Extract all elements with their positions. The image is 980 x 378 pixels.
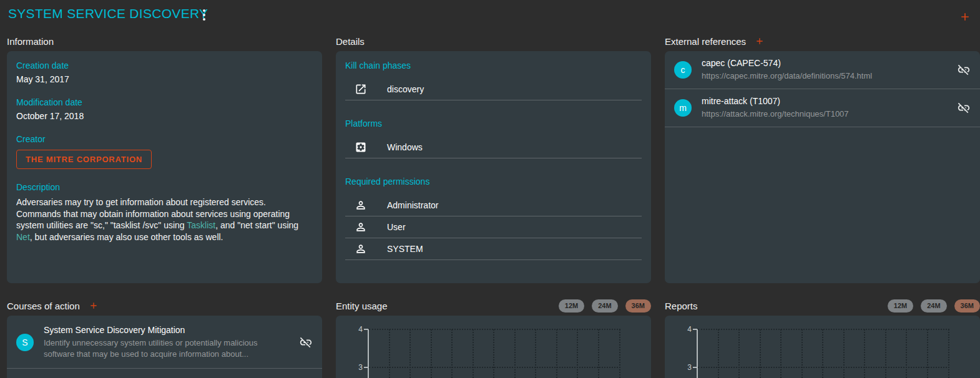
gridline [822, 329, 823, 378]
time-range-selector: 12M 24M 36M [888, 299, 980, 313]
time-range-selector: 12M 24M 36M [559, 299, 651, 313]
gridline [843, 329, 845, 378]
external-reference-row[interactable]: m mitre-attack (T1007) https://attack.mi… [665, 89, 980, 127]
gridline [473, 329, 474, 378]
range-chip-36m[interactable]: 36M [625, 299, 651, 313]
reports-section: Reports 12M 24M 36M 4 3 [665, 297, 980, 378]
page-add-button[interactable] [959, 11, 971, 23]
creator-chip[interactable]: THE MITRE CORPORATION [16, 150, 152, 169]
settings-applications-icon [355, 141, 367, 153]
range-chip-12m[interactable]: 12M [559, 299, 584, 313]
kebab-menu-icon [203, 9, 205, 12]
gridline [493, 329, 494, 378]
permission-item: SYSTEM [345, 238, 642, 260]
permission-value: Administrator [387, 200, 438, 210]
gridline [760, 329, 761, 378]
page-header: SYSTEM SERVICE DISCOVERY [0, 0, 980, 32]
courses-of-action-section: Courses of action S System Service Disco… [7, 297, 322, 378]
entity-usage-panel: 4 3 [336, 316, 651, 378]
gridline [864, 329, 865, 378]
permission-item: User [345, 216, 642, 238]
permission-value: SYSTEM [387, 244, 423, 254]
course-of-action-name: System Service Discovery Mitigation [44, 325, 268, 335]
plus-icon [755, 36, 765, 46]
gridline [885, 329, 886, 378]
information-panel: Creation date May 31, 2017 Modification … [7, 51, 322, 283]
gridline [389, 329, 390, 378]
creator-label: Creator [16, 134, 313, 144]
y-axis-line [697, 329, 698, 378]
entity-usage-section: Entity usage 12M 24M 36M 4 3 [336, 297, 651, 378]
gridline [556, 329, 557, 378]
plus-icon [89, 301, 99, 311]
link-off-icon [957, 101, 971, 115]
avatar: c [674, 61, 692, 79]
courses-of-action-panel: S System Service Discovery Mitigation Id… [7, 316, 322, 378]
gridline [698, 329, 949, 330]
range-chip-24m[interactable]: 24M [921, 299, 946, 313]
unlink-button[interactable] [957, 101, 971, 115]
courses-of-action-section-title: Courses of action [7, 301, 80, 311]
kill-chain-phase-item: discovery [345, 79, 642, 100]
gridline [698, 367, 949, 368]
gridline [369, 367, 620, 368]
kebab-menu-icon [203, 14, 205, 16]
plus-icon [959, 11, 971, 23]
modification-date-label: Modification date [16, 97, 313, 107]
description-text: Adversaries may try to get information a… [16, 196, 313, 243]
gridline [906, 329, 907, 378]
avatar: m [674, 99, 692, 117]
platform-value: Windows [387, 142, 423, 152]
kill-chain-phase-value: discovery [387, 84, 424, 94]
gridline [409, 329, 411, 378]
range-chip-36m[interactable]: 36M [954, 299, 980, 313]
platform-item: Windows [345, 137, 642, 158]
content-grid: Information Creation date May 31, 2017 M… [7, 32, 980, 378]
details-panel: Kill chain phases discovery Platforms Wi… [336, 51, 651, 283]
unlink-button[interactable] [957, 63, 971, 77]
modification-date-value: October 17, 2018 [16, 111, 313, 121]
reports-panel: 4 3 [665, 316, 980, 378]
launch-icon [355, 83, 367, 95]
gridline [598, 329, 599, 378]
person-icon [355, 221, 367, 233]
description-part: , and "net start" using [215, 220, 298, 230]
link-off-icon [957, 63, 971, 77]
information-section-title: Information [7, 36, 54, 47]
permission-item: Administrator [345, 195, 642, 216]
kill-chain-phases-label: Kill chain phases [345, 61, 642, 70]
range-chip-24m[interactable]: 24M [592, 299, 617, 313]
creation-date-value: May 31, 2017 [16, 74, 313, 84]
y-axis-tick-label: 3 [680, 363, 692, 372]
gridline [619, 329, 620, 378]
external-reference-row[interactable]: c capec (CAPEC-574) https://capec.mitre.… [665, 51, 980, 89]
net-link[interactable]: Net [16, 232, 30, 242]
reference-url: https://attack.mitre.org/techniques/T100… [702, 109, 849, 120]
y-axis-line [368, 329, 369, 378]
description-label: Description [16, 182, 313, 192]
gridline [718, 329, 719, 378]
description-part: , but adversaries may also use other too… [30, 232, 223, 242]
gridline [369, 329, 620, 330]
external-references-section-title: External references [665, 36, 746, 47]
more-options-menu-button[interactable] [198, 8, 210, 22]
gridline [431, 329, 432, 378]
reports-section-title: Reports [665, 301, 698, 311]
course-of-action-row[interactable]: S System Service Discovery Mitigation Id… [7, 316, 322, 369]
add-course-of-action-button[interactable] [89, 301, 99, 311]
reports-chart: 4 3 [665, 316, 980, 378]
permission-value: User [387, 222, 406, 232]
y-axis-tick-label: 4 [680, 325, 692, 334]
gridline [451, 329, 453, 378]
creation-date-label: Creation date [16, 61, 313, 70]
details-section-title: Details [336, 36, 365, 47]
tasklist-link[interactable]: Tasklist [187, 220, 215, 230]
entity-usage-section-title: Entity usage [336, 301, 388, 311]
course-of-action-description: Identify unnecessary system utilities or… [44, 337, 268, 360]
add-external-reference-button[interactable] [755, 36, 765, 46]
information-section: Information Creation date May 31, 2017 M… [7, 32, 322, 283]
unlink-button[interactable] [299, 336, 313, 349]
range-chip-12m[interactable]: 12M [888, 299, 913, 313]
details-section: Details Kill chain phases discovery Plat… [336, 32, 651, 283]
reference-name: capec (CAPEC-574) [702, 58, 872, 68]
